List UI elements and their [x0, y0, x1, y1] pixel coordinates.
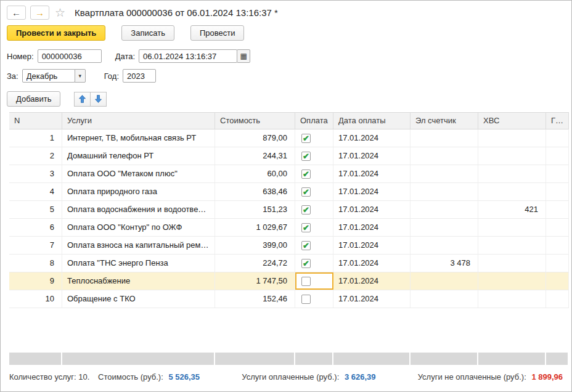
post-and-close-button[interactable]: Провести и закрыть	[7, 25, 105, 41]
cell-cost[interactable]: 151,23	[215, 201, 295, 218]
paid-checkbox[interactable]: ✔	[301, 169, 311, 179]
forward-button[interactable]: →	[30, 6, 49, 20]
cell-paid[interactable]: ✔	[295, 255, 333, 272]
favorite-star-icon[interactable]: ☆	[55, 7, 65, 18]
cell-cost[interactable]: 638,46	[215, 183, 295, 200]
cell-paid[interactable]: ✔	[295, 129, 333, 147]
cell-hvs[interactable]	[478, 129, 546, 147]
cell-electric-meter[interactable]	[411, 290, 478, 308]
column-header-paid[interactable]: Оплата	[295, 113, 333, 129]
table-row[interactable]: 9 Теплоснабжение 1 747,50 17.01.2024	[9, 272, 569, 290]
back-button[interactable]: ←	[7, 6, 26, 20]
paid-checkbox[interactable]: ✔	[301, 187, 311, 197]
paid-checkbox[interactable]: ✔	[301, 241, 311, 250]
cell-electric-meter[interactable]	[411, 165, 478, 182]
cell-service[interactable]: Домашний телефон РТ	[62, 147, 215, 165]
cell-service[interactable]: Оплата ООО "Метаком плюс"	[62, 165, 215, 182]
cell-pay-date[interactable]: 17.01.2024	[333, 147, 411, 165]
cell-hvs[interactable]: 421	[478, 201, 546, 218]
date-input[interactable]	[139, 49, 237, 63]
add-row-button[interactable]: Добавить	[7, 91, 60, 107]
cell-hvs[interactable]	[478, 219, 546, 236]
move-down-button[interactable]	[90, 92, 107, 107]
cell-electric-meter[interactable]	[411, 272, 478, 290]
cell-paid[interactable]	[295, 290, 333, 308]
cell-electric-meter[interactable]	[411, 237, 478, 254]
cell-gvs[interactable]	[546, 165, 569, 182]
cell-row-number[interactable]: 10	[9, 290, 62, 308]
cell-cost[interactable]: 399,00	[215, 237, 295, 254]
cell-row-number[interactable]: 3	[9, 165, 62, 182]
number-input[interactable]	[38, 49, 102, 63]
paid-checkbox[interactable]	[301, 295, 311, 304]
column-header-meter[interactable]: Эл счетчик	[411, 113, 478, 129]
cell-row-number[interactable]: 9	[9, 272, 62, 290]
write-button[interactable]: Записать	[121, 25, 174, 41]
paid-checkbox[interactable]	[301, 277, 311, 286]
cell-hvs[interactable]	[478, 290, 546, 308]
cell-paid[interactable]: ✔	[295, 147, 333, 165]
cell-service[interactable]: Обращение с ТКО	[62, 290, 215, 308]
cell-cost[interactable]: 1 029,67	[215, 219, 295, 236]
month-select[interactable]	[22, 69, 75, 83]
column-header-gvs[interactable]: ГВС	[546, 113, 569, 129]
cell-service[interactable]: Интернет, ТВ, мобильная связь РТ	[62, 129, 215, 147]
cell-gvs[interactable]	[546, 272, 569, 290]
cell-paid[interactable]: ✔	[295, 165, 333, 182]
cell-electric-meter[interactable]: 3 478	[411, 255, 478, 272]
cell-pay-date[interactable]: 17.01.2024	[333, 219, 411, 236]
cell-paid[interactable]: ✔	[295, 237, 333, 254]
cell-hvs[interactable]	[478, 147, 546, 165]
cell-cost[interactable]: 224,72	[215, 255, 295, 272]
table-row[interactable]: 8 Оплата "ТНС энерго Пенза 224,72 ✔ 17.0…	[9, 255, 569, 272]
column-header-n[interactable]: N	[9, 113, 62, 129]
table-row[interactable]: 2 Домашний телефон РТ 244,31 ✔ 17.01.202…	[9, 147, 569, 165]
cell-hvs[interactable]	[478, 272, 546, 290]
cell-gvs[interactable]	[546, 219, 569, 236]
cell-paid[interactable]: ✔	[295, 219, 333, 236]
table-row[interactable]: 3 Оплата ООО "Метаком плюс" 60,00 ✔ 17.0…	[9, 165, 569, 183]
cell-cost[interactable]: 1 747,50	[215, 272, 295, 290]
cell-electric-meter[interactable]	[411, 147, 478, 165]
cell-service[interactable]: Оплата "ТНС энерго Пенза	[62, 255, 215, 272]
cell-pay-date[interactable]: 17.01.2024	[333, 183, 411, 200]
cell-service[interactable]: Оплата природного газа	[62, 183, 215, 200]
cell-gvs[interactable]	[546, 129, 569, 147]
cell-hvs[interactable]	[478, 255, 546, 272]
paid-checkbox[interactable]: ✔	[301, 259, 311, 268]
cell-hvs[interactable]	[478, 237, 546, 254]
cell-cost[interactable]: 152,46	[215, 290, 295, 308]
column-header-cost[interactable]: Стоимость	[215, 113, 295, 129]
table-row[interactable]: 10 Обращение с ТКО 152,46 17.01.2024	[9, 290, 569, 308]
column-header-service[interactable]: Услуги	[62, 113, 215, 129]
table-row[interactable]: 5 Оплата водоснабжения и водоотве… 151,2…	[9, 201, 569, 219]
cell-electric-meter[interactable]	[411, 219, 478, 236]
cell-gvs[interactable]	[546, 237, 569, 254]
cell-electric-meter[interactable]	[411, 129, 478, 147]
move-up-button[interactable]	[74, 92, 91, 107]
paid-checkbox[interactable]: ✔	[301, 134, 311, 143]
cell-paid[interactable]	[295, 272, 333, 290]
paid-checkbox[interactable]: ✔	[301, 223, 311, 232]
cell-row-number[interactable]: 2	[9, 147, 62, 165]
cell-pay-date[interactable]: 17.01.2024	[333, 165, 411, 182]
cell-pay-date[interactable]: 17.01.2024	[333, 272, 411, 290]
table-row[interactable]: 7 Оплата взноса на капитальный ремонт 39…	[9, 237, 569, 255]
table-row[interactable]: 6 Оплата ООО "Контур" по ОЖФ 1 029,67 ✔ …	[9, 219, 569, 237]
cell-service[interactable]: Оплата ООО "Контур" по ОЖФ	[62, 219, 215, 236]
calendar-button[interactable]: ▦	[237, 49, 250, 63]
cell-service[interactable]: Оплата водоснабжения и водоотве…	[62, 201, 215, 218]
paid-checkbox[interactable]: ✔	[301, 152, 311, 161]
cell-row-number[interactable]: 1	[9, 129, 62, 147]
cell-gvs[interactable]	[546, 290, 569, 308]
cell-cost[interactable]: 879,00	[215, 129, 295, 147]
cell-gvs[interactable]	[546, 147, 569, 165]
cell-cost[interactable]: 244,31	[215, 147, 295, 165]
cell-row-number[interactable]: 7	[9, 237, 62, 254]
table-row[interactable]: 4 Оплата природного газа 638,46 ✔ 17.01.…	[9, 183, 569, 201]
cell-electric-meter[interactable]	[411, 183, 478, 200]
cell-row-number[interactable]: 4	[9, 183, 62, 200]
year-input[interactable]	[123, 69, 156, 83]
cell-cost[interactable]: 60,00	[215, 165, 295, 182]
cell-pay-date[interactable]: 17.01.2024	[333, 255, 411, 272]
